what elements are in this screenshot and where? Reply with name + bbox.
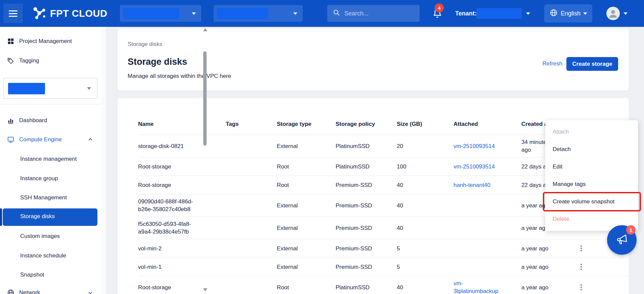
cell-size: 5 bbox=[397, 263, 454, 271]
caret-down-icon bbox=[87, 87, 91, 90]
search-input[interactable] bbox=[344, 10, 408, 17]
hamburger-menu-button[interactable] bbox=[3, 4, 23, 23]
cell-storage-type: External bbox=[277, 263, 336, 271]
caret-down-icon bbox=[293, 12, 297, 15]
sidebar-scrollbar bbox=[101, 27, 106, 294]
sidebar-item-label: Instance management bbox=[20, 156, 77, 162]
cell-name: Root-storage bbox=[138, 284, 226, 291]
sidebar-item-compute-engine[interactable]: Compute Engine bbox=[0, 132, 101, 147]
language-label: English bbox=[561, 10, 581, 17]
avatar-person-icon bbox=[607, 8, 619, 20]
attached-vm-link[interactable]: vm-2510093514 bbox=[454, 143, 495, 149]
redacted-vpc-value bbox=[217, 8, 268, 19]
create-storage-button[interactable]: Create storage bbox=[566, 57, 618, 71]
sidebar-item-storage-disks-active[interactable]: Storage disks bbox=[3, 208, 97, 226]
menu-item-create-volume-snapshot[interactable]: Create volume snapshot bbox=[545, 193, 638, 210]
menu-item-detach[interactable]: Detach bbox=[545, 141, 638, 158]
vpc-select-dropdown[interactable] bbox=[3, 78, 97, 99]
cell-storage-policy: PlatinumSSD bbox=[336, 284, 397, 291]
sidebar-item-label: Tagging bbox=[19, 57, 39, 64]
cell-created: a year ago bbox=[521, 284, 571, 291]
sidebar: Project Management Tagging Dashboard Com… bbox=[0, 27, 106, 294]
cell-storage-policy: PlatinumSSD bbox=[336, 142, 397, 150]
cell-size: 20 bbox=[397, 142, 454, 150]
menu-item-manage-tags[interactable]: Manage tags bbox=[545, 176, 638, 193]
active-item-accent-bar bbox=[0, 208, 2, 226]
redacted-select-value bbox=[8, 83, 45, 94]
row-actions-kebab[interactable] bbox=[578, 243, 584, 253]
global-search bbox=[327, 5, 420, 22]
tenant-label: Tenant: bbox=[455, 0, 477, 27]
redacted-region-value bbox=[123, 8, 179, 19]
region-selector-dropdown[interactable] bbox=[120, 5, 201, 22]
attached-vm-link[interactable]: vm-2510093514 bbox=[454, 163, 495, 170]
sidebar-item-instance-group[interactable]: Instance group bbox=[0, 171, 101, 186]
caret-down-icon bbox=[583, 12, 587, 15]
page-subtitle: Manage all storages within the VPC here bbox=[128, 73, 231, 80]
cell-storage-type: Root bbox=[277, 163, 336, 170]
search-icon bbox=[333, 9, 341, 18]
notification-badge: 4 bbox=[435, 3, 444, 12]
cell-created: a year ago bbox=[521, 245, 571, 252]
page-title: Storage disks bbox=[128, 57, 187, 67]
sidebar-divider bbox=[0, 104, 101, 104]
column-header-storage-policy: Storage policy bbox=[336, 120, 397, 128]
refresh-button[interactable]: Refresh bbox=[542, 60, 562, 67]
page-header-card: Storage disks Storage disks Manage all s… bbox=[118, 29, 629, 91]
cell-name: f5c63050-d593-4fa8-a9a4-29b38c4e57fb bbox=[138, 220, 226, 236]
sidebar-item-label: Compute Engine bbox=[19, 136, 62, 143]
sidebar-item-label: Instance schedule bbox=[20, 252, 66, 259]
cell-storage-type: External bbox=[277, 224, 336, 232]
menu-item-edit[interactable]: Edit bbox=[545, 158, 638, 176]
cell-size: 40 bbox=[397, 224, 454, 232]
column-header-name: Name bbox=[138, 120, 226, 128]
cell-size: 40 bbox=[397, 181, 454, 189]
vpc-selector-dropdown[interactable] bbox=[214, 5, 303, 22]
sidebar-item-snapshot[interactable]: Snapshot bbox=[0, 267, 101, 283]
chevron-down-icon bbox=[87, 290, 93, 294]
sidebar-item-instance-management[interactable]: Instance management bbox=[0, 151, 101, 167]
scroll-up-icon[interactable] bbox=[203, 28, 207, 31]
attached-vm-link[interactable]: vm-3tplatinumbackup bbox=[454, 280, 498, 294]
caret-down-icon bbox=[624, 12, 628, 15]
attached-vm-link[interactable]: hanh-tenant40 bbox=[454, 182, 490, 188]
cell-storage-type: Root bbox=[277, 181, 336, 189]
user-avatar[interactable] bbox=[606, 7, 620, 20]
megaphone-icon bbox=[614, 232, 630, 248]
cell-storage-policy: Premium-SSD bbox=[336, 263, 397, 271]
tenant-selector-dropdown[interactable] bbox=[476, 8, 522, 19]
cell-size: 5 bbox=[397, 245, 454, 252]
sidebar-item-network[interactable]: Network bbox=[0, 285, 101, 294]
language-selector-button[interactable]: English bbox=[544, 4, 592, 22]
sidebar-item-tagging[interactable]: Tagging bbox=[0, 53, 101, 68]
table-row: Root-storage Root PlatinumSSD 40 vm-3tpl… bbox=[138, 276, 629, 294]
breadcrumb: Storage disks bbox=[128, 41, 162, 48]
scrollbar-thumb[interactable] bbox=[203, 51, 207, 146]
scroll-down-icon[interactable] bbox=[203, 288, 207, 291]
sidebar-item-instance-schedule[interactable]: Instance schedule bbox=[0, 248, 101, 263]
cell-storage-policy: Premium-SSD bbox=[336, 245, 397, 252]
notifications-button[interactable]: 4 bbox=[429, 5, 445, 21]
sidebar-item-label: Custom images bbox=[20, 233, 60, 240]
brand: FPT CLOUD bbox=[32, 0, 107, 27]
column-header-tags: Tags bbox=[226, 120, 277, 128]
cell-name: Root-storage bbox=[138, 163, 226, 170]
row-context-menu: Attach Detach Edit Manage tags Create vo… bbox=[545, 120, 638, 231]
caret-down-icon bbox=[526, 12, 530, 15]
caret-down-icon bbox=[192, 12, 196, 15]
sidebar-item-custom-images[interactable]: Custom images bbox=[0, 229, 101, 244]
sidebar-item-ssh-management[interactable]: SSH Management bbox=[0, 190, 101, 205]
sidebar-item-label: Storage disks bbox=[20, 213, 55, 220]
globe-icon bbox=[549, 8, 558, 19]
cell-storage-type: Root bbox=[277, 284, 336, 291]
cell-created: a year ago bbox=[521, 263, 571, 271]
menu-item-attach: Attach bbox=[545, 123, 638, 141]
sidebar-item-dashboard[interactable]: Dashboard bbox=[0, 113, 101, 128]
row-actions-kebab[interactable] bbox=[578, 262, 584, 272]
column-header-storage-type: Storage type bbox=[277, 120, 336, 128]
sidebar-item-project-management[interactable]: Project Management bbox=[0, 34, 101, 49]
cell-name: 09090d40-688f-486d-b26e-358027c40eb8 bbox=[138, 198, 226, 213]
sidebar-item-label: Snapshot bbox=[20, 272, 44, 278]
cell-size: 40 bbox=[397, 202, 454, 209]
row-actions-kebab[interactable] bbox=[578, 282, 584, 292]
